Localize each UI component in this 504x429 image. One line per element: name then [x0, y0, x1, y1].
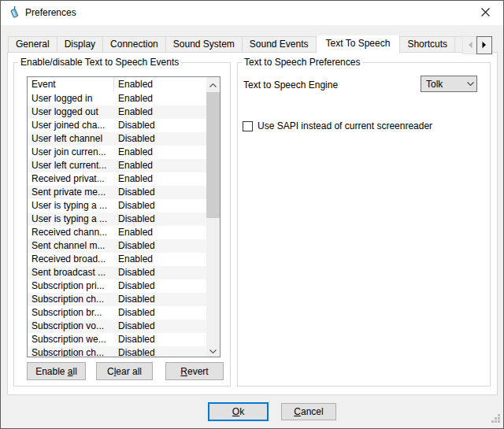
- list-item[interactable]: Sent broadcast ... Disabled: [28, 266, 220, 279]
- scrollbar-thumb[interactable]: [206, 92, 220, 218]
- arrow-left-icon: [467, 40, 473, 51]
- event-enabled-value: Enabled: [114, 159, 220, 172]
- list-rows: User logged in Enabled User logged out E…: [28, 92, 220, 357]
- event-enabled-value: Disabled: [114, 333, 220, 346]
- scrollbar-down-button[interactable]: [206, 343, 220, 357]
- event-enabled-value: Disabled: [114, 266, 220, 279]
- event-enabled-value: Enabled: [114, 146, 220, 159]
- list-item[interactable]: Sent private me... Disabled: [28, 186, 220, 199]
- tab-shortcuts[interactable]: Shortcuts: [399, 36, 455, 53]
- column-header-enabled[interactable]: Enabled: [114, 77, 220, 92]
- use-sapi-checkbox-row[interactable]: Use SAPI instead of current screenreader: [243, 120, 432, 131]
- column-header-event[interactable]: Event: [28, 77, 114, 92]
- event-name: Subscription br...: [28, 306, 114, 320]
- event-enabled-value: Enabled: [114, 172, 220, 186]
- event-enabled-value: Disabled: [114, 293, 220, 306]
- chevron-down-icon: [464, 82, 476, 86]
- list-item[interactable]: Subscription vo... Disabled: [28, 320, 220, 333]
- dropdown-selected-value: Tolk: [421, 79, 464, 90]
- chevron-up-icon: [209, 79, 217, 90]
- event-enabled-value: Disabled: [114, 132, 220, 146]
- list-item[interactable]: User is typing a ... Disabled: [28, 199, 220, 213]
- tab-sound-events[interactable]: Sound Events: [242, 36, 317, 53]
- tab-general[interactable]: General: [8, 36, 57, 53]
- tab-scroll-left-button[interactable]: [462, 36, 478, 54]
- use-sapi-checkbox[interactable]: [243, 121, 253, 131]
- event-name: Received privat...: [28, 172, 114, 186]
- preferences-dialog: Preferences GeneralDisplayConnectionSoun…: [0, 0, 504, 429]
- list-item[interactable]: User logged out Enabled: [28, 105, 220, 119]
- tts-engine-dropdown[interactable]: Tolk: [421, 76, 477, 92]
- event-enabled-value: Enabled: [114, 226, 220, 239]
- event-enabled-value: Disabled: [114, 279, 220, 293]
- list-item[interactable]: User joined cha... Disabled: [28, 119, 220, 132]
- event-enabled-value: Enabled: [114, 92, 220, 105]
- list-item[interactable]: Subscription we... Disabled: [28, 333, 220, 346]
- chevron-down-icon: [209, 345, 217, 356]
- event-name: Sent private me...: [28, 186, 114, 199]
- event-name: Received broad...: [28, 253, 114, 266]
- event-name: User join curren...: [28, 146, 114, 159]
- list-item[interactable]: Received privat... Enabled: [28, 172, 220, 186]
- list-item[interactable]: Subscription br... Disabled: [28, 306, 220, 320]
- event-enabled-value: Disabled: [114, 199, 220, 213]
- list-item[interactable]: Subscription ch... Disabled: [28, 346, 220, 357]
- list-item[interactable]: Received chann... Enabled: [28, 226, 220, 239]
- engine-label: Text to Speech Engine: [243, 80, 338, 91]
- list-item[interactable]: User logged in Enabled: [28, 92, 220, 105]
- event-name: User logged out: [28, 105, 114, 119]
- tab-display[interactable]: Display: [57, 36, 103, 53]
- ok-button[interactable]: Ok: [208, 402, 269, 421]
- event-enabled-value: Disabled: [114, 239, 220, 253]
- enable-all-button[interactable]: Enable all: [27, 362, 86, 380]
- vertical-scrollbar[interactable]: [206, 77, 220, 357]
- close-button[interactable]: [468, 1, 503, 25]
- event-enabled-value: Enabled: [114, 105, 220, 119]
- group-tts-preferences: Text to Speech Preferences: [237, 62, 491, 386]
- use-sapi-label: Use SAPI instead of current screenreader: [258, 120, 432, 131]
- event-enabled-value: Enabled: [114, 253, 220, 266]
- list-item[interactable]: Subscription ch... Disabled: [28, 293, 220, 306]
- event-enabled-value: Disabled: [114, 186, 220, 199]
- list-item[interactable]: Subscription pri... Disabled: [28, 279, 220, 293]
- tab-bar: GeneralDisplayConnectionSound SystemSoun…: [8, 35, 471, 53]
- list-item[interactable]: User is typing a ... Disabled: [28, 213, 220, 226]
- tab-text-to-speech[interactable]: Text To Speech: [316, 35, 401, 53]
- list-item[interactable]: User left current... Enabled: [28, 159, 220, 172]
- event-name: Subscription ch...: [28, 346, 114, 357]
- event-enabled-value: Disabled: [114, 306, 220, 320]
- clear-all-button[interactable]: Clear all: [96, 362, 153, 380]
- event-name: Received chann...: [28, 226, 114, 239]
- list-header: Event Enabled: [28, 77, 220, 92]
- event-name: Subscription pri...: [28, 279, 114, 293]
- tab-sound-system[interactable]: Sound System: [165, 36, 243, 53]
- list-item[interactable]: Sent channel m... Disabled: [28, 239, 220, 253]
- group-title: Text to Speech Preferences: [242, 57, 362, 68]
- revert-button[interactable]: Revert: [165, 362, 224, 380]
- event-name: Sent channel m...: [28, 239, 114, 253]
- resize-grip[interactable]: [491, 413, 501, 426]
- event-name: Subscription vo...: [28, 320, 114, 333]
- event-name: User is typing a ...: [28, 213, 114, 226]
- scrollbar-up-button[interactable]: [206, 77, 220, 91]
- event-name: Subscription ch...: [28, 293, 114, 306]
- event-name: User joined cha...: [28, 119, 114, 132]
- list-item[interactable]: User join curren... Enabled: [28, 146, 220, 159]
- tab-scroll-right-button[interactable]: [476, 36, 492, 54]
- event-enabled-value: Disabled: [114, 346, 220, 357]
- list-item[interactable]: Received broad... Enabled: [28, 253, 220, 266]
- arrow-right-icon: [481, 40, 487, 51]
- event-name: User is typing a ...: [28, 199, 114, 213]
- event-name: User logged in: [28, 92, 114, 105]
- list-item[interactable]: User left channel Disabled: [28, 132, 220, 146]
- cancel-button[interactable]: Cancel: [281, 403, 336, 420]
- title-bar: Preferences: [1, 1, 503, 25]
- tts-events-list[interactable]: Event Enabled User logged in Enabled Use…: [27, 76, 220, 357]
- group-title: Enable/disable Text to Speech Events: [18, 57, 181, 68]
- event-name: Sent broadcast ...: [28, 266, 114, 279]
- event-enabled-value: Disabled: [114, 213, 220, 226]
- tab-connection[interactable]: Connection: [102, 36, 166, 53]
- app-icon: [8, 6, 20, 19]
- event-name: User left current...: [28, 159, 114, 172]
- window-title: Preferences: [25, 1, 76, 25]
